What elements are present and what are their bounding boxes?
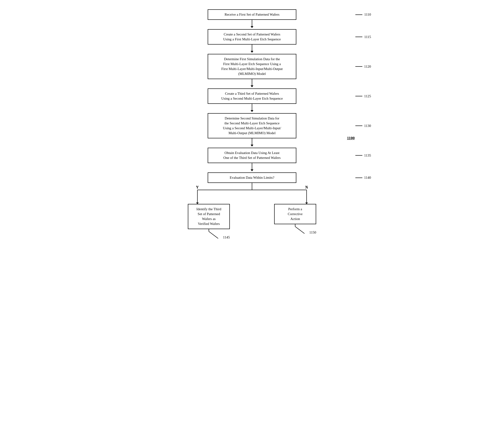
branch-right: Perform aCorrectiveAction 1150: [274, 204, 316, 234]
arrow-3: [252, 79, 252, 86]
box-1150: Perform aCorrectiveAction: [274, 204, 316, 224]
box-1110: Receive a First Set of Patterned Wafers: [208, 9, 296, 20]
connector-1: [252, 20, 252, 26]
row-1110: Receive a First Set of Patterned Wafers …: [161, 9, 343, 20]
ref-1120: 1120: [355, 65, 371, 69]
row-1130: Determine Second Simulation Data forthe …: [161, 113, 343, 138]
svg-line-17: [209, 232, 218, 238]
branch-lines-svg: Y N: [161, 183, 343, 204]
tick-1120: [355, 66, 362, 67]
arrow-1: [252, 20, 252, 26]
arrow-4: [252, 104, 252, 110]
box-1135-text: Obtain Evaluation Data Using At LeastOne…: [223, 151, 281, 160]
ref-1135: 1135: [355, 154, 371, 157]
ref-1115: 1115: [355, 35, 371, 39]
branch-boxes: Identify the ThirdSet of PatternedWafers…: [161, 204, 343, 239]
svg-line-19: [295, 226, 305, 233]
connector-3: [252, 79, 252, 86]
ref-1150-label: 1150: [309, 231, 316, 234]
connector-6: [252, 163, 252, 170]
row-1140: Evaluation Data Within Limits? 1140: [161, 173, 343, 183]
tick-1130: [355, 125, 362, 126]
ref-1130: 1130: [355, 124, 371, 128]
ref-1150-container: 1150: [274, 224, 316, 234]
svg-text:Y: Y: [196, 185, 199, 190]
box-1110-text: Receive a First Set of Patterned Wafers: [224, 13, 279, 16]
branch-left: Identify the ThirdSet of PatternedWafers…: [188, 204, 230, 239]
branch-svg-container: Y N Y N: [161, 183, 343, 204]
box-1150-text: Perform aCorrectiveAction: [288, 207, 302, 221]
svg-marker-13: [305, 203, 308, 204]
connector-5: [252, 138, 252, 145]
svg-marker-12: [196, 203, 199, 204]
row-1115: Create a Second Set of Patterned WafersU…: [161, 29, 343, 45]
arrow-5: [252, 138, 252, 145]
tick-1115: [355, 37, 362, 37]
tick-1110: [355, 14, 362, 15]
flowchart: Receive a First Set of Patterned Wafers …: [161, 9, 343, 239]
box-1130: Determine Second Simulation Data forthe …: [208, 113, 296, 138]
tick-1140: [355, 178, 362, 178]
ref-1145-container: 1145: [188, 229, 230, 239]
box-1130-text: Determine Second Simulation Data forthe …: [223, 116, 281, 135]
connector-4: [252, 104, 252, 110]
box-1115-text: Create a Second Set of Patterned WafersU…: [223, 32, 281, 41]
tick-1125: [355, 96, 362, 96]
ref-1125: 1125: [355, 94, 371, 98]
diagram-container: Receive a First Set of Patterned Wafers …: [161, 9, 343, 239]
box-1120: Determine First Simulation Data for theF…: [208, 54, 296, 79]
ref-1110: 1110: [355, 13, 371, 17]
arrow-6: [252, 163, 252, 170]
box-1145: Identify the ThirdSet of PatternedWafers…: [188, 204, 230, 229]
box-1115: Create a Second Set of Patterned WafersU…: [208, 29, 296, 45]
connector-2: [252, 45, 252, 51]
row-1125: Create a Third Set of Patterned WafersUs…: [161, 89, 343, 104]
arrow-2: [252, 45, 252, 51]
box-1120-text: Determine First Simulation Data for theF…: [222, 57, 283, 76]
row-1135: Obtain Evaluation Data Using At LeastOne…: [161, 148, 343, 163]
tick-1135: [355, 155, 362, 156]
box-1145-text: Identify the ThirdSet of PatternedWafers…: [197, 207, 221, 226]
box-1125: Create a Third Set of Patterned WafersUs…: [208, 89, 296, 104]
ref-1145-label: 1145: [223, 235, 230, 239]
box-1140-text: Evaluation Data Within Limits?: [230, 176, 274, 179]
box-1125-text: Create a Third Set of Patterned WafersUs…: [221, 92, 283, 100]
ref-1140: 1140: [355, 176, 371, 180]
svg-text:N: N: [305, 185, 308, 190]
row-1120: Determine First Simulation Data for theF…: [161, 54, 343, 79]
diagram-ref-1100: 1100: [347, 136, 355, 140]
box-1135: Obtain Evaluation Data Using At LeastOne…: [208, 148, 296, 163]
box-1140: Evaluation Data Within Limits?: [208, 173, 296, 183]
